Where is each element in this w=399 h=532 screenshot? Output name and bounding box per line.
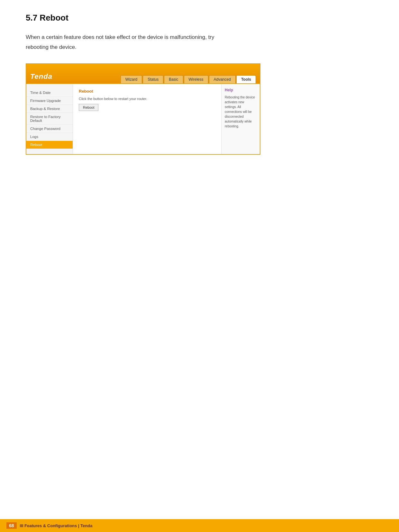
nav-tab-wireless[interactable]: Wireless (184, 75, 208, 83)
sidebar-item-firmware[interactable]: Firmware Upgrade (26, 97, 73, 105)
section-description: When a certain feature does not take eff… (26, 32, 373, 52)
router-ui-screenshot: Tenda Wizard Status Basic Wireless Advan… (26, 63, 260, 155)
sidebar-item-factory[interactable]: Restore to Factory Default (26, 113, 73, 125)
section-title: 5.7 Reboot (26, 13, 373, 23)
page-number: 68 (6, 522, 17, 529)
footer-text: III Features & Configurations | Tenda (20, 523, 93, 528)
router-body: Time & Date Firmware Upgrade Backup & Re… (26, 83, 260, 154)
help-text: Rebooting the device activates new setti… (225, 95, 257, 129)
router-header: Tenda Wizard Status Basic Wireless Advan… (26, 64, 260, 83)
page-footer: 68 III Features & Configurations | Tenda (0, 519, 399, 532)
router-main-content: Reboot Click the button below to restart… (73, 84, 221, 154)
nav-tab-advanced[interactable]: Advanced (209, 75, 236, 83)
reboot-button[interactable]: Reboot (79, 104, 98, 111)
nav-tab-tools[interactable]: Tools (236, 75, 256, 83)
router-help-panel: Help Rebooting the device activates new … (221, 84, 260, 154)
nav-tab-basic[interactable]: Basic (164, 75, 183, 83)
nav-tab-status[interactable]: Status (143, 75, 163, 83)
router-logo: Tenda (30, 72, 52, 83)
sidebar-item-password[interactable]: Change Password (26, 125, 73, 133)
router-sidebar: Time & Date Firmware Upgrade Backup & Re… (26, 84, 73, 154)
sidebar-item-backup[interactable]: Backup & Restore (26, 105, 73, 113)
help-title: Help (225, 88, 257, 92)
router-nav: Wizard Status Basic Wireless Advanced To… (121, 75, 256, 83)
sidebar-item-reboot[interactable]: Reboot (26, 141, 73, 149)
main-description: Click the button below to restart your r… (79, 97, 215, 101)
nav-tab-wizard[interactable]: Wizard (121, 75, 142, 83)
sidebar-item-time-date[interactable]: Time & Date (26, 89, 73, 97)
main-title: Reboot (79, 89, 215, 94)
sidebar-item-logs[interactable]: Logs (26, 133, 73, 141)
